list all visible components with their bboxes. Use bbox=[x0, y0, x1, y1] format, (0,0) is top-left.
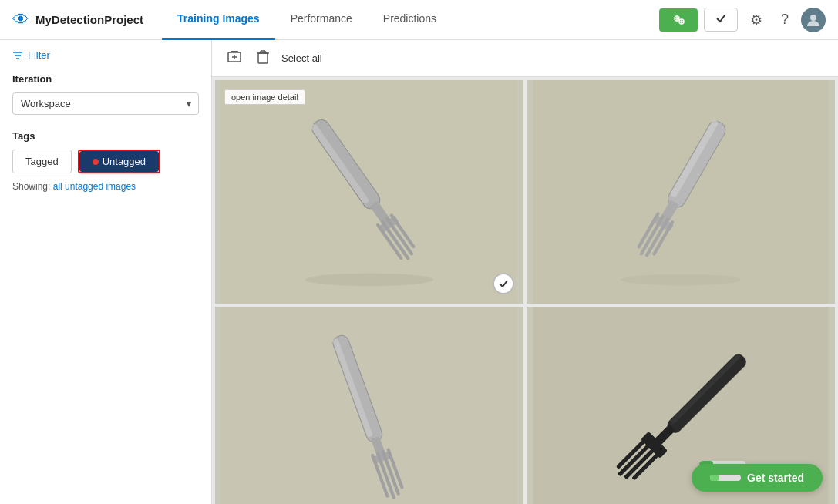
logo-icon: 👁 bbox=[12, 10, 29, 30]
fork-image-1 bbox=[215, 80, 523, 304]
image-check-1[interactable] bbox=[493, 273, 514, 294]
content-area: Select all bbox=[212, 40, 838, 504]
tab-predictions[interactable]: Predictions bbox=[368, 0, 452, 40]
svg-point-38 bbox=[621, 274, 740, 285]
tags-buttons: Tagged Untagged bbox=[12, 150, 199, 173]
untagged-dot bbox=[93, 159, 99, 165]
tab-performance[interactable]: Performance bbox=[275, 0, 368, 40]
check-button[interactable] bbox=[704, 8, 738, 32]
svg-point-28 bbox=[305, 274, 433, 287]
iteration-select-wrap: Workspace bbox=[12, 92, 199, 115]
delete-button[interactable] bbox=[254, 47, 272, 70]
filter-label: Filter bbox=[28, 49, 50, 61]
tagged-button[interactable]: Tagged bbox=[12, 150, 72, 173]
delete-icon bbox=[257, 50, 269, 64]
check-icon bbox=[715, 13, 726, 24]
add-images-button[interactable] bbox=[224, 47, 244, 70]
untagged-button-wrap: Untagged bbox=[78, 150, 160, 173]
avatar-icon bbox=[806, 12, 821, 28]
logo-area: 👁 MyDetectionProject bbox=[12, 10, 143, 30]
header-actions: ⚙ ? bbox=[659, 8, 826, 32]
image-canvas-3 bbox=[215, 307, 523, 504]
add-images-icon bbox=[227, 50, 241, 64]
image-canvas-2 bbox=[527, 80, 835, 304]
filter-button[interactable]: Filter bbox=[12, 49, 199, 61]
fork-image-3 bbox=[215, 307, 523, 504]
iteration-select[interactable]: Workspace bbox=[12, 92, 199, 115]
image-cell-3[interactable] bbox=[215, 307, 523, 504]
train-icon bbox=[671, 13, 685, 27]
get-started-button[interactable]: Get started bbox=[692, 464, 823, 492]
settings-button[interactable]: ⚙ bbox=[744, 8, 769, 32]
nav-tabs: Training Images Performance Predictions bbox=[162, 0, 659, 40]
project-name: MyDetectionProject bbox=[35, 13, 143, 26]
avatar[interactable] bbox=[801, 8, 826, 32]
filter-icon bbox=[12, 50, 23, 61]
svg-rect-14 bbox=[258, 53, 268, 63]
content-wrap: open image detail bbox=[212, 77, 838, 504]
header: 👁 MyDetectionProject Training Images Per… bbox=[0, 0, 838, 40]
image-cell-1[interactable]: open image detail bbox=[215, 80, 523, 304]
fork-image-2 bbox=[527, 80, 835, 304]
main-layout: Filter Iteration Workspace Tags Tagged U… bbox=[0, 40, 838, 504]
image-cell-2[interactable] bbox=[527, 80, 835, 304]
check-mark-1 bbox=[498, 278, 509, 289]
toolbar: Select all bbox=[212, 40, 838, 77]
sidebar: Filter Iteration Workspace Tags Tagged U… bbox=[0, 40, 212, 504]
tags-label: Tags bbox=[12, 130, 199, 142]
untagged-button[interactable]: Untagged bbox=[79, 151, 159, 172]
showing-link[interactable]: all untagged images bbox=[53, 181, 136, 192]
svg-point-6 bbox=[810, 15, 816, 21]
image-grid: open image detail bbox=[212, 77, 838, 504]
image-canvas-1 bbox=[215, 80, 523, 304]
train-button[interactable] bbox=[659, 8, 698, 32]
tab-training-images[interactable]: Training Images bbox=[162, 0, 275, 40]
iteration-label: Iteration bbox=[12, 73, 199, 85]
svg-rect-13 bbox=[231, 51, 238, 52]
showing-text: Showing: all untagged images bbox=[12, 181, 199, 192]
get-started-progress bbox=[710, 475, 741, 481]
tags-section: Tags Tagged Untagged Showing: all untagg… bbox=[12, 130, 199, 192]
select-all-button[interactable]: Select all bbox=[281, 52, 322, 64]
help-button[interactable]: ? bbox=[775, 8, 795, 31]
